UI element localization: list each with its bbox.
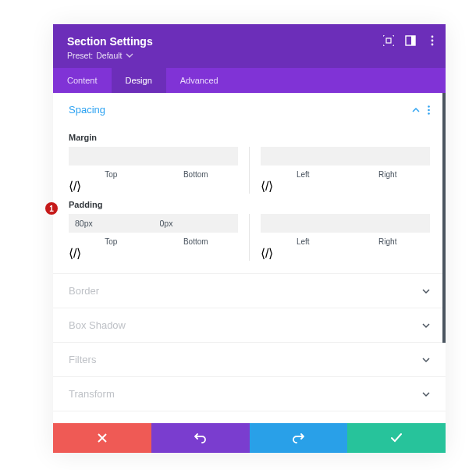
- margin-top-input[interactable]: [69, 147, 154, 166]
- link-icon[interactable]: ⟨/⟩: [69, 179, 154, 194]
- panel-header-transform[interactable]: Transform: [53, 377, 446, 411]
- panel-spacing: Spacing Margin Top B: [53, 93, 446, 274]
- tab-bar: Content Design Advanced: [53, 68, 446, 93]
- chevron-down-icon: [422, 287, 430, 295]
- undo-button[interactable]: [151, 423, 250, 453]
- modal-header: Section Settings Preset: Default: [53, 24, 446, 68]
- panel-transform: Transform: [53, 377, 446, 411]
- panel-title: Filters: [69, 354, 96, 365]
- svg-point-7: [428, 109, 430, 111]
- cancel-button[interactable]: [53, 423, 151, 453]
- chevron-down-icon: [422, 356, 430, 364]
- link-icon[interactable]: ⟨/⟩: [261, 246, 346, 261]
- preset-label: Preset:: [67, 51, 93, 60]
- tab-content[interactable]: Content: [53, 68, 112, 93]
- margin-bottom-input[interactable]: [154, 147, 239, 166]
- divider: [249, 147, 250, 194]
- panel-title: Animation: [69, 422, 114, 423]
- padding-right-input[interactable]: [346, 214, 431, 233]
- side-label-right: Right: [378, 170, 396, 179]
- panel-header-spacing[interactable]: Spacing: [53, 93, 446, 126]
- link-icon[interactable]: ⟨/⟩: [261, 179, 346, 194]
- check-icon: [391, 433, 402, 443]
- panel-title: Border: [69, 285, 99, 297]
- panel-box-shadow: Box Shadow: [53, 308, 446, 343]
- more-icon[interactable]: [427, 35, 438, 46]
- link-icon[interactable]: ⟨/⟩: [69, 246, 154, 261]
- panel-title: Spacing: [69, 104, 105, 116]
- panel-filters: Filters: [53, 343, 446, 377]
- panel-border: Border: [53, 274, 446, 308]
- chevron-up-icon: [412, 106, 420, 114]
- preset-selector[interactable]: Preset: Default: [67, 51, 432, 60]
- svg-point-8: [428, 112, 430, 115]
- svg-point-5: [432, 44, 434, 46]
- preset-value: Default: [96, 51, 122, 60]
- side-label-bottom: Bottom: [183, 170, 208, 179]
- modal-body: Spacing Margin Top B: [53, 93, 446, 423]
- modal-footer: [53, 423, 446, 453]
- panel-title: Transform: [69, 388, 115, 400]
- redo-icon: [292, 433, 304, 443]
- settings-modal: Section Settings Preset: Default Content…: [53, 24, 446, 453]
- side-label-bottom: Bottom: [183, 237, 208, 246]
- panel-animation: Animation: [53, 411, 446, 423]
- side-label-left: Left: [297, 237, 310, 246]
- tab-advanced[interactable]: Advanced: [166, 68, 233, 93]
- svg-rect-0: [386, 38, 391, 43]
- sidebar-toggle-icon[interactable]: [405, 35, 416, 46]
- panel-header-box-shadow[interactable]: Box Shadow: [53, 308, 446, 342]
- expand-icon[interactable]: [383, 35, 394, 46]
- margin-label: Margin: [69, 133, 430, 142]
- side-label-top: Top: [105, 237, 117, 246]
- chevron-down-icon: [422, 322, 430, 329]
- svg-point-3: [432, 36, 434, 38]
- chevron-down-icon: [126, 52, 133, 59]
- margin-inputs: Top Bottom ⟨/⟩ Left: [69, 147, 430, 194]
- padding-label: Padding: [69, 200, 430, 209]
- margin-right-input[interactable]: [346, 147, 431, 166]
- divider: [249, 214, 250, 261]
- undo-icon: [194, 433, 207, 443]
- tab-design[interactable]: Design: [112, 68, 166, 93]
- panel-body-spacing: Margin Top Bottom ⟨/⟩: [53, 133, 446, 273]
- chevron-down-icon: [422, 390, 430, 398]
- padding-left-input[interactable]: [261, 214, 346, 233]
- annotation-badge-1: 1: [45, 202, 58, 215]
- panel-title: Box Shadow: [69, 319, 126, 331]
- more-icon[interactable]: [428, 105, 430, 115]
- modal-title: Section Settings: [67, 35, 432, 48]
- panel-header-animation[interactable]: Animation: [53, 411, 446, 423]
- save-button[interactable]: [347, 423, 446, 453]
- panel-header-border[interactable]: Border: [53, 274, 446, 308]
- padding-top-input[interactable]: [69, 214, 154, 233]
- margin-left-input[interactable]: [261, 147, 346, 166]
- svg-point-4: [432, 40, 434, 42]
- side-label-right: Right: [378, 237, 396, 246]
- close-icon: [98, 433, 107, 443]
- padding-bottom-input[interactable]: [154, 214, 239, 233]
- svg-rect-2: [411, 36, 415, 45]
- panel-header-filters[interactable]: Filters: [53, 343, 446, 376]
- redo-button[interactable]: [250, 423, 348, 453]
- side-label-top: Top: [105, 170, 117, 179]
- svg-point-6: [428, 105, 430, 108]
- padding-inputs: Top Bottom ⟨/⟩ Left: [69, 214, 430, 261]
- side-label-left: Left: [297, 170, 310, 179]
